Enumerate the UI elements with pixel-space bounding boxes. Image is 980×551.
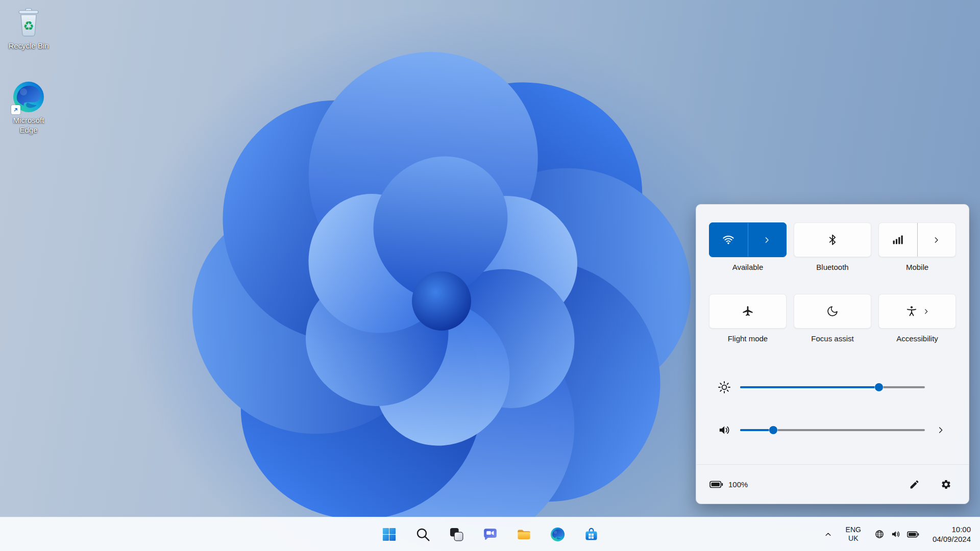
quick-settings-tray-button[interactable] bbox=[869, 522, 924, 546]
volume-slider[interactable] bbox=[740, 422, 925, 438]
bluetooth-icon bbox=[826, 234, 839, 246]
quick-settings-sliders bbox=[696, 380, 969, 438]
qs-cell-focus-assist: Focus assist bbox=[794, 294, 871, 343]
pencil-icon bbox=[909, 479, 920, 490]
flight-mode-tile-label: Flight mode bbox=[728, 334, 768, 343]
desktop-icon-microsoft-edge[interactable]: Microsoft Edge bbox=[4, 81, 53, 135]
file-explorer-icon bbox=[517, 527, 531, 542]
quick-settings-grid: Available Bluetooth Mobile bbox=[696, 205, 969, 343]
brightness-sun-icon bbox=[718, 381, 731, 394]
tray-date: 04/09/2024 bbox=[933, 534, 971, 544]
chevron-up-icon bbox=[824, 531, 832, 538]
taskbar-center-icons bbox=[377, 517, 603, 551]
tray-time: 10:00 bbox=[951, 524, 971, 534]
language-indicator[interactable]: ENG UK bbox=[841, 522, 866, 546]
language-line1: ENG bbox=[846, 525, 861, 534]
cellular-signal-icon bbox=[892, 234, 904, 246]
language-line2: UK bbox=[848, 534, 858, 543]
mobile-expand-button[interactable] bbox=[918, 223, 956, 257]
flight-mode-tile[interactable] bbox=[709, 294, 787, 329]
start-icon bbox=[382, 527, 397, 542]
battery-status[interactable]: 100% bbox=[709, 480, 748, 489]
qs-cell-flight-mode: Flight mode bbox=[709, 294, 786, 343]
battery-icon bbox=[709, 480, 723, 489]
slider-fill bbox=[740, 429, 773, 431]
qs-cell-bluetooth: Bluetooth bbox=[794, 222, 871, 271]
system-tray: ENG UK 10:00 04/09/2024 bbox=[819, 517, 976, 551]
mobile-toggle[interactable] bbox=[879, 223, 917, 257]
quick-settings-panel: Available Bluetooth Mobile bbox=[696, 204, 969, 504]
wifi-expand-button[interactable] bbox=[748, 223, 787, 257]
speaker-icon bbox=[891, 529, 901, 539]
desktop-icon-recycle-bin[interactable]: Recycle Bin bbox=[4, 6, 53, 51]
wifi-tile-label: Available bbox=[732, 263, 764, 271]
volume-slider-thumb[interactable] bbox=[769, 426, 777, 434]
battery-icon bbox=[907, 531, 919, 538]
quick-settings-footer: 100% bbox=[696, 464, 969, 504]
show-hidden-icons-button[interactable] bbox=[819, 522, 838, 546]
wifi-tile[interactable] bbox=[709, 222, 787, 257]
mobile-tile-label: Mobile bbox=[906, 263, 928, 271]
qs-cell-mobile: Mobile bbox=[879, 222, 955, 271]
task-view-icon bbox=[449, 527, 464, 542]
network-globe-icon bbox=[874, 529, 885, 539]
quick-settings-actions bbox=[904, 474, 955, 494]
volume-row bbox=[718, 422, 947, 438]
chevron-right-icon bbox=[923, 308, 929, 315]
shortcut-arrow-icon bbox=[11, 105, 20, 114]
chevron-right-icon bbox=[763, 236, 771, 244]
chat-icon bbox=[483, 527, 498, 542]
airplane-icon bbox=[742, 305, 754, 317]
store-button[interactable] bbox=[579, 522, 603, 546]
clock[interactable]: 10:00 04/09/2024 bbox=[927, 522, 976, 546]
focus-assist-tile-label: Focus assist bbox=[811, 334, 853, 343]
accessibility-person-icon bbox=[905, 305, 918, 317]
desktop-icon-label: Microsoft Edge bbox=[4, 116, 53, 135]
tile-divider bbox=[917, 223, 918, 257]
edge-icon bbox=[550, 527, 565, 542]
battery-percent-label: 100% bbox=[728, 480, 748, 489]
edit-quick-settings-button[interactable] bbox=[904, 474, 924, 494]
mobile-tile[interactable] bbox=[878, 222, 956, 257]
bluetooth-tile[interactable] bbox=[794, 222, 871, 257]
desktop-icon-label: Recycle Bin bbox=[8, 41, 48, 51]
gear-icon bbox=[941, 479, 951, 490]
taskbar: ENG UK 10:00 04/09/2024 bbox=[0, 517, 980, 551]
volume-output-expand-button[interactable] bbox=[934, 423, 947, 437]
edge-button[interactable] bbox=[546, 522, 569, 546]
qs-cell-wifi: Available bbox=[709, 222, 786, 271]
file-explorer-button[interactable] bbox=[512, 522, 535, 546]
task-view-button[interactable] bbox=[445, 522, 468, 546]
accessibility-tile[interactable] bbox=[878, 294, 956, 329]
chevron-right-icon bbox=[937, 426, 945, 434]
brightness-row bbox=[718, 380, 947, 395]
wifi-toggle[interactable] bbox=[709, 223, 748, 257]
focus-assist-tile[interactable] bbox=[794, 294, 871, 329]
brightness-slider[interactable] bbox=[740, 380, 925, 395]
chevron-right-icon bbox=[933, 236, 940, 244]
chat-button[interactable] bbox=[478, 522, 502, 546]
volume-speaker-icon bbox=[718, 423, 731, 437]
wifi-icon bbox=[722, 234, 734, 246]
accessibility-tile-label: Accessibility bbox=[896, 334, 938, 343]
recycle-bin-icon bbox=[12, 6, 45, 39]
store-icon bbox=[584, 527, 599, 542]
bluetooth-tile-label: Bluetooth bbox=[816, 263, 848, 271]
all-settings-button[interactable] bbox=[936, 474, 955, 494]
search-icon bbox=[415, 527, 430, 542]
search-button[interactable] bbox=[411, 522, 434, 546]
moon-icon bbox=[826, 305, 839, 317]
slider-fill bbox=[740, 386, 879, 388]
qs-cell-accessibility: Accessibility bbox=[879, 294, 955, 343]
start-button[interactable] bbox=[377, 522, 401, 546]
tile-divider bbox=[748, 223, 748, 257]
brightness-slider-thumb[interactable] bbox=[875, 383, 883, 391]
